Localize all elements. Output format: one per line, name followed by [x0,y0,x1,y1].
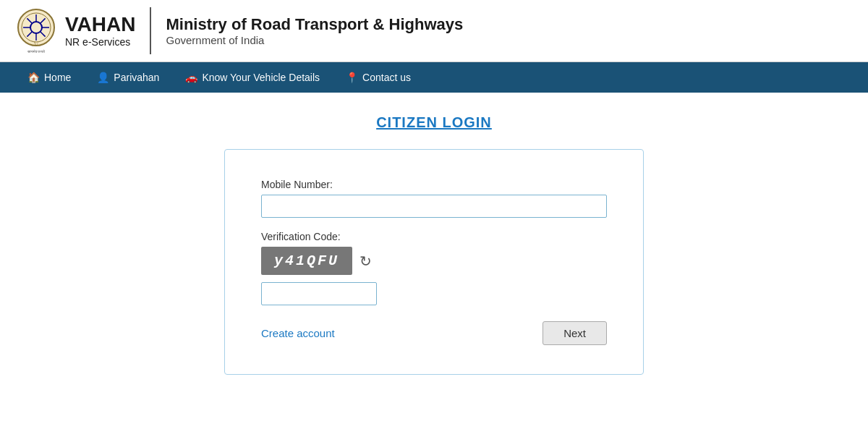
mobile-group: Mobile Number: [261,179,607,218]
page-header: 𝕍 सत्यमेव जयते VAHAN NR e-Services Minis… [0,0,868,62]
vehicle-icon: 🚗 [185,72,197,83]
main-navbar: 🏠 Home 👤 Parivahan 🚗 Know Your Vehicle D… [0,62,868,93]
logo-container: 𝕍 सत्यमेव जयते VAHAN NR e-Services [14,7,151,54]
main-content: CITIZEN LOGIN Mobile Number: Verificatio… [0,93,868,396]
ministry-subtitle: Government of India [166,34,463,46]
nav-parivahan-label: Parivahan [114,72,159,83]
nav-contact-label: Contact us [362,72,411,83]
logo-vahan-text: VAHAN [65,14,135,36]
form-actions: Create account Next [261,321,607,345]
captcha-input[interactable] [261,282,377,305]
next-button[interactable]: Next [542,321,607,345]
logo-nr-text: NR e-Services [65,36,135,48]
verification-label: Verification Code: [261,231,607,242]
parivahan-icon: 👤 [97,72,109,83]
svg-text:𝕍: 𝕍 [34,41,38,48]
verification-group: Verification Code: y41QFU ↻ [261,231,607,305]
mobile-label: Mobile Number: [261,179,607,190]
nav-know-vehicle-label: Know Your Vehicle Details [202,72,320,83]
mobile-input[interactable] [261,195,607,218]
emblem-icon: 𝕍 सत्यमेव जयते [14,7,58,54]
login-box: Mobile Number: Verification Code: y41QFU… [224,149,644,375]
nav-home-label: Home [44,72,71,83]
captcha-image: y41QFU [261,247,352,275]
ministry-title: Ministry of Road Transport & Highways [166,15,463,34]
nav-parivahan[interactable]: 👤 Parivahan [84,62,172,93]
refresh-captcha-icon[interactable]: ↻ [359,253,372,270]
nav-contact[interactable]: 📍 Contact us [333,62,424,93]
logo-text: VAHAN NR e-Services [65,14,135,48]
create-account-link[interactable]: Create account [261,327,335,339]
ministry-info: Ministry of Road Transport & Highways Go… [166,15,463,46]
nav-know-vehicle[interactable]: 🚗 Know Your Vehicle Details [172,62,333,93]
home-icon: 🏠 [27,72,40,83]
page-title: CITIZEN LOGIN [376,114,492,131]
nav-home[interactable]: 🏠 Home [14,62,84,93]
svg-text:सत्यमेव जयते: सत्यमेव जयते [27,49,45,54]
contact-icon: 📍 [346,72,358,83]
captcha-row: y41QFU ↻ [261,247,607,275]
